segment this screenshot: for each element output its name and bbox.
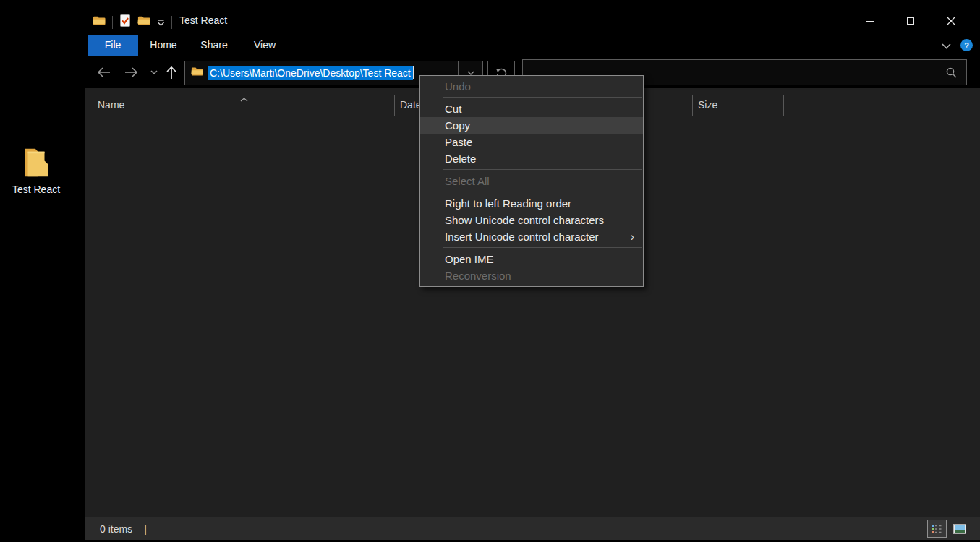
desktop: Test React	[0, 0, 980, 542]
menu-item-undo: Undo	[420, 78, 643, 95]
toolbar-separator	[112, 16, 113, 29]
column-header-name[interactable]: Name	[98, 99, 124, 111]
column-header-size[interactable]: Size	[698, 99, 717, 111]
recent-locations-button[interactable]	[145, 64, 163, 80]
collapse-ribbon-icon[interactable]	[942, 39, 951, 52]
menu-separator	[443, 97, 642, 98]
edit-context-menu: Undo Cut Copy Paste Delete Select All Ri…	[419, 75, 644, 287]
window-folder-icon	[93, 15, 106, 29]
menu-item-show-unicode-control-characters[interactable]: Show Unicode control characters	[420, 212, 643, 228]
forward-arrow-icon	[124, 67, 138, 77]
address-path-selected-text[interactable]: C:\Users\Marti\OneDrive\Desktop\Test Rea…	[208, 66, 413, 80]
menu-separator	[443, 169, 642, 170]
new-folder-icon[interactable]	[137, 15, 150, 29]
column-divider[interactable]	[783, 95, 784, 116]
minimize-icon	[866, 21, 874, 22]
sort-ascending-icon	[240, 92, 248, 105]
column-divider[interactable]	[394, 95, 395, 116]
item-count: 0 items	[100, 523, 132, 535]
maximize-button[interactable]	[890, 7, 931, 35]
back-button[interactable]	[95, 64, 112, 80]
quick-access-toolbar	[93, 14, 172, 30]
menu-item-copy[interactable]: Copy	[420, 117, 643, 134]
details-view-button[interactable]	[927, 520, 947, 538]
menu-item-insert-unicode-control-character[interactable]: Insert Unicode control character ›	[420, 228, 643, 245]
title-bar[interactable]: Test React	[85, 7, 980, 35]
menu-item-open-ime[interactable]: Open IME	[420, 251, 643, 267]
toolbar-separator	[171, 16, 172, 29]
menu-item-reconversion: Reconversion	[420, 267, 643, 284]
menu-item-right-to-left-reading-order[interactable]: Right to left Reading order	[420, 195, 643, 212]
ribbon-tab-bar: File Home Share View	[85, 35, 980, 56]
text-caret	[413, 66, 414, 79]
details-view-icon	[932, 524, 942, 533]
minimize-button[interactable]	[850, 7, 890, 35]
up-button[interactable]	[163, 64, 180, 80]
close-icon	[947, 17, 955, 25]
maximize-icon	[907, 17, 914, 25]
menu-separator	[443, 247, 642, 248]
chevron-down-icon	[150, 70, 158, 75]
tab-view[interactable]: View	[239, 35, 290, 56]
desktop-folder-label: Test React	[8, 184, 64, 195]
window-controls	[850, 7, 971, 35]
status-separator: |	[144, 523, 147, 535]
ribbon-right-controls: ?	[942, 35, 973, 56]
menu-item-delete[interactable]: Delete	[420, 150, 643, 167]
menu-item-paste[interactable]: Paste	[420, 134, 643, 150]
tab-share[interactable]: Share	[189, 35, 239, 56]
close-button[interactable]	[931, 7, 971, 35]
column-divider[interactable]	[692, 95, 693, 116]
help-icon[interactable]: ?	[960, 39, 973, 51]
menu-item-cut[interactable]: Cut	[420, 100, 643, 117]
customize-quick-access-icon[interactable]	[157, 16, 165, 29]
window-title: Test React	[179, 14, 227, 26]
tab-home[interactable]: Home	[138, 35, 189, 56]
properties-icon[interactable]	[119, 14, 131, 30]
desktop-folder-test-react[interactable]: Test React	[8, 147, 64, 195]
forward-button[interactable]	[122, 64, 140, 80]
search-icon[interactable]	[945, 66, 958, 82]
thumbnails-view-button[interactable]	[950, 520, 969, 538]
tab-file[interactable]: File	[88, 35, 138, 56]
back-arrow-icon	[97, 67, 111, 77]
up-arrow-icon	[166, 66, 176, 79]
view-toggle-buttons	[927, 520, 969, 538]
status-bar: 0 items |	[85, 517, 980, 540]
menu-item-select-all: Select All	[420, 173, 643, 189]
folder-icon	[8, 147, 64, 178]
address-folder-icon	[191, 66, 203, 79]
submenu-arrow-icon: ›	[631, 228, 634, 245]
menu-separator	[443, 192, 642, 192]
thumbnails-view-icon	[953, 524, 966, 534]
status-left: 0 items |	[100, 517, 147, 540]
